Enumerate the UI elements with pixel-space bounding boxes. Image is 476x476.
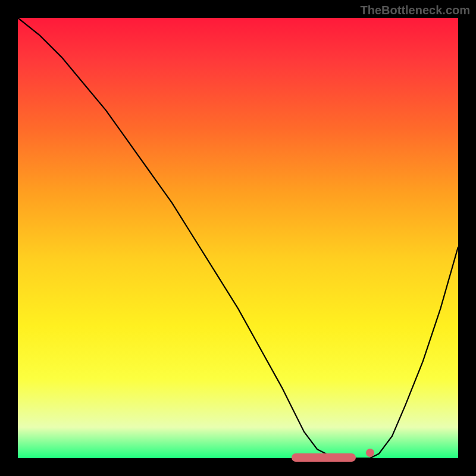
bottleneck-curve	[18, 18, 458, 458]
optimal-point-marker	[366, 449, 374, 457]
optimal-band-marker	[292, 453, 356, 462]
watermark-text: TheBottleneck.com	[361, 4, 470, 17]
chart-plot-area	[18, 18, 458, 458]
